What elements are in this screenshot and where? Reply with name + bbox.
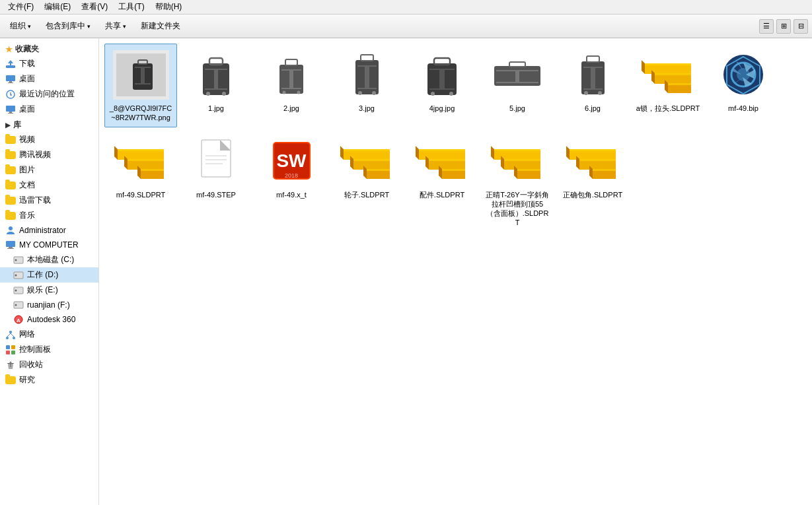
svg-rect-73 xyxy=(587,56,599,62)
svg-rect-38 xyxy=(141,68,145,84)
sidebar-item-desktop[interactable]: 桌面 xyxy=(0,71,98,86)
organize-arrow: ▾ xyxy=(28,23,31,30)
files-grid: _8@VGRQJI9I7FC~8R2W7TWR.png 1.jpg xyxy=(104,44,807,232)
file-item[interactable]: 6.jpg xyxy=(556,44,629,127)
include-label: 包含到库中 xyxy=(46,20,85,32)
svg-rect-12 xyxy=(7,248,14,249)
svg-point-20 xyxy=(15,304,17,306)
file-item[interactable]: 2.jpg xyxy=(255,44,328,127)
drive-d-icon xyxy=(13,270,24,281)
svg-rect-31 xyxy=(11,351,15,354)
svg-point-58 xyxy=(358,91,362,95)
file-name: mf-49.x_t xyxy=(276,190,307,199)
sidebar-item-xunlei[interactable]: 迅雷下载 xyxy=(0,193,98,208)
svg-rect-76 xyxy=(591,68,595,90)
svg-point-18 xyxy=(15,289,17,291)
svg-rect-28 xyxy=(6,345,10,349)
sidebar-item-drive-d[interactable]: 工作 (D:) xyxy=(0,267,98,283)
file-item[interactable]: SW 2018 mf-49.x_t xyxy=(255,130,328,232)
sidebar-item-desktop2[interactable]: 桌面 xyxy=(0,102,98,117)
menu-edit[interactable]: 编辑(E) xyxy=(39,0,76,14)
file-item[interactable]: a锁，拉头.SLDPRT xyxy=(632,44,704,127)
svg-rect-4 xyxy=(8,83,13,83)
svg-point-16 xyxy=(15,274,17,276)
share-arrow: ▾ xyxy=(123,23,126,30)
new-folder-button[interactable]: 新建文件夹 xyxy=(135,18,186,34)
sidebar-item-drive-f[interactable]: ruanjian (F:) xyxy=(0,298,98,312)
svg-marker-129 xyxy=(416,146,419,160)
svg-rect-55 xyxy=(357,65,377,67)
file-item[interactable]: 配件.SLDPRT xyxy=(406,130,478,232)
file-item[interactable]: 轮子.SLDPRT xyxy=(330,130,403,232)
recent-icon xyxy=(5,89,16,100)
sidebar-item-download[interactable]: 下载 xyxy=(0,56,98,71)
include-arrow: ▾ xyxy=(87,23,91,30)
svg-rect-126 xyxy=(419,149,465,151)
file-item[interactable]: 1.jpg xyxy=(180,44,252,127)
file-thumbnail xyxy=(186,48,246,101)
file-item[interactable]: 正晴T-26Y一字斜角拉杆凹槽到顶55（含面板）.SLDPRT xyxy=(481,130,554,232)
svg-rect-115 xyxy=(367,169,390,171)
sidebar-item-autodesk[interactable]: A Autodesk 360 xyxy=(0,312,98,327)
svg-rect-83 xyxy=(668,83,691,85)
file-item[interactable]: mf-49.bip xyxy=(707,44,780,127)
music-folder-icon xyxy=(5,211,16,221)
sidebar-item-pictures[interactable]: 图片 xyxy=(0,162,98,178)
svg-rect-74 xyxy=(583,67,603,68)
view-detail-button[interactable]: ⊟ xyxy=(794,19,808,34)
svg-text:A: A xyxy=(17,318,20,323)
include-button[interactable]: 包含到库中 ▾ xyxy=(40,18,96,34)
sidebar-item-control-panel[interactable]: 控制面板 xyxy=(0,342,98,357)
file-thumbnail xyxy=(262,48,321,101)
sidebar-item-my-computer[interactable]: MY COMPUTER xyxy=(0,238,98,252)
sidebar-item-documents[interactable]: 文档 xyxy=(0,178,98,193)
svg-rect-97 xyxy=(128,159,164,161)
file-item[interactable]: 3.jpg xyxy=(330,44,403,127)
sidebar-item-drive-c[interactable]: 本地磁盘 (C:) xyxy=(0,252,98,267)
file-item[interactable]: _8@VGRQJI9I7FC~8R2W7TWR.png xyxy=(104,44,177,127)
file-thumbnail xyxy=(412,135,472,187)
sidebar-item-recent[interactable]: 最近访问的位置 xyxy=(0,86,98,102)
sidebar-item-research[interactable]: 研究 xyxy=(0,372,98,387)
view-list-button[interactable]: ☰ xyxy=(759,19,774,34)
view-icon-button[interactable]: ⊞ xyxy=(776,19,791,34)
file-name: 3.jpg xyxy=(359,104,375,113)
svg-point-52 xyxy=(297,91,301,94)
sidebar-item-drive-e[interactable]: 娱乐 (E:) xyxy=(0,283,98,298)
file-name: 2.jpg xyxy=(283,104,299,113)
svg-rect-29 xyxy=(11,345,15,349)
library-group: ▶ 库 xyxy=(0,117,98,132)
file-item[interactable]: mf-49.STEP xyxy=(180,130,252,232)
svg-rect-43 xyxy=(214,70,218,90)
file-item[interactable]: mf-49.SLDPRT xyxy=(104,130,177,232)
svg-rect-84 xyxy=(655,73,691,75)
svg-line-26 xyxy=(7,333,11,337)
menu-help[interactable]: 帮助(H) xyxy=(150,0,188,14)
main-container: ★ 收藏夹 下载 桌面 最近访问的位置 桌面 xyxy=(0,38,812,505)
menu-view[interactable]: 查看(V) xyxy=(76,0,113,14)
sidebar-item-tencent-video[interactable]: 腾讯视频 xyxy=(0,147,98,162)
share-button[interactable]: 共享 ▾ xyxy=(99,18,132,34)
xunlei-folder-icon xyxy=(5,195,16,206)
file-thumbnail xyxy=(563,48,622,101)
svg-rect-3 xyxy=(9,81,12,83)
sidebar-item-network[interactable]: 网络 xyxy=(0,327,98,342)
sidebar-item-recycle[interactable]: 回收站 xyxy=(0,357,98,372)
menu-file[interactable]: 文件(F) xyxy=(3,0,39,14)
organize-button[interactable]: 组织 ▾ xyxy=(4,18,37,34)
file-item[interactable]: 5.jpg xyxy=(481,44,554,127)
svg-rect-134 xyxy=(504,159,540,161)
sidebar-item-admin[interactable]: Administrator xyxy=(0,223,98,238)
sidebar-item-music[interactable]: 音乐 xyxy=(0,208,98,223)
menu-tools[interactable]: 工具(T) xyxy=(113,0,149,14)
svg-marker-147 xyxy=(566,146,570,160)
download-icon xyxy=(5,59,16,69)
file-item[interactable]: 4jpg.jpg xyxy=(406,44,478,127)
sidebar: ★ 收藏夹 下载 桌面 最近访问的位置 桌面 xyxy=(0,38,99,505)
file-item[interactable]: 正确包角.SLDPRT xyxy=(556,130,629,232)
sidebar-item-video[interactable]: 视频 xyxy=(0,132,98,147)
svg-rect-98 xyxy=(118,149,164,151)
svg-rect-96 xyxy=(141,169,164,171)
svg-point-66 xyxy=(449,92,453,96)
svg-text:SW: SW xyxy=(276,151,307,171)
